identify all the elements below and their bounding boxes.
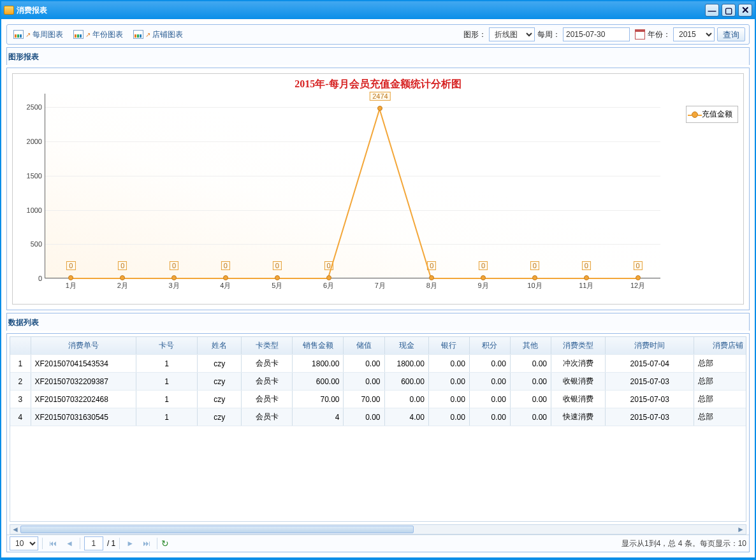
minimize-button[interactable]: — bbox=[705, 4, 719, 17]
column-header[interactable]: 卡号 bbox=[136, 337, 197, 355]
table-cell: 0.00 bbox=[510, 408, 551, 426]
table-cell: 冲次消费 bbox=[551, 355, 605, 373]
week-input[interactable] bbox=[563, 27, 630, 41]
column-header[interactable]: 消费单号 bbox=[31, 337, 136, 355]
column-header[interactable]: 积分 bbox=[469, 337, 510, 355]
column-header[interactable]: 银行 bbox=[428, 337, 469, 355]
table-cell: 0.00 bbox=[428, 408, 469, 426]
year-label: 年份： bbox=[648, 29, 671, 40]
x-tick: 12月 bbox=[630, 281, 645, 291]
table-cell: 4 bbox=[10, 408, 31, 426]
next-page-button[interactable]: ► bbox=[124, 538, 136, 549]
column-header[interactable] bbox=[10, 337, 31, 355]
folder-icon bbox=[4, 6, 14, 15]
column-header[interactable]: 姓名 bbox=[198, 337, 242, 355]
table-cell: czy bbox=[198, 408, 242, 426]
table-row[interactable]: 1XF2015070415435341czy会员卡1800.000.001800… bbox=[10, 355, 746, 373]
calendar-icon[interactable] bbox=[635, 29, 645, 39]
data-point bbox=[532, 275, 537, 280]
column-header[interactable]: 储值 bbox=[344, 337, 384, 355]
table-cell: 0.00 bbox=[344, 408, 384, 426]
table-cell: 1 bbox=[10, 355, 31, 373]
legend-marker-icon bbox=[692, 111, 698, 118]
table-cell: XF201507032209387 bbox=[31, 373, 136, 391]
table-cell: 4.00 bbox=[384, 408, 428, 426]
table-cell: 1800.00 bbox=[384, 355, 428, 373]
y-tick: 2500 bbox=[27, 103, 42, 111]
table-scroll[interactable]: 消费单号卡号姓名卡类型销售金额储值现金银行积分其他消费类型消费时间消费店铺 1X… bbox=[10, 336, 746, 522]
chart-icon bbox=[73, 30, 84, 39]
shape-label: 图形： bbox=[463, 29, 486, 40]
data-point bbox=[275, 275, 280, 280]
query-button[interactable]: 查询 bbox=[717, 27, 745, 41]
column-header[interactable]: 销售金额 bbox=[293, 337, 344, 355]
table-cell: 4 bbox=[293, 408, 344, 426]
table-row[interactable]: 3XF2015070322024681czy会员卡70.0070.000.000… bbox=[10, 391, 746, 408]
first-page-button[interactable]: ⏮ bbox=[47, 538, 59, 549]
table-cell: 0.00 bbox=[510, 391, 551, 408]
column-header[interactable]: 消费时间 bbox=[606, 337, 694, 355]
column-header[interactable]: 消费店铺 bbox=[694, 337, 746, 355]
table-row[interactable]: 2XF2015070322093871czy会员卡600.000.00600.0… bbox=[10, 373, 746, 391]
table-cell: 0.00 bbox=[510, 355, 551, 373]
column-header[interactable]: 消费类型 bbox=[551, 337, 605, 355]
close-button[interactable]: ✕ bbox=[738, 4, 752, 17]
y-tick: 500 bbox=[31, 240, 42, 248]
window-title: 消费报表 bbox=[17, 5, 47, 16]
x-tick: 11月 bbox=[579, 281, 593, 291]
table-cell: 2015-07-03 bbox=[606, 391, 694, 408]
table-cell: 会员卡 bbox=[242, 408, 293, 426]
pager: 10 ⏮ ◄ / 1 ► ⏭ ↻ 显示从1到4，总 4 条。每页显示：10 bbox=[7, 535, 749, 552]
x-tick: 8月 bbox=[426, 281, 437, 291]
tab-year-chart[interactable]: ↗ 年份图表 bbox=[71, 28, 126, 41]
arrow-icon: ↗ bbox=[145, 31, 150, 38]
table-cell: 0.00 bbox=[469, 373, 510, 391]
table-cell: 2015-07-03 bbox=[606, 373, 694, 391]
maximize-button[interactable]: ▢ bbox=[722, 4, 736, 17]
shape-select[interactable]: 折线图 bbox=[489, 27, 535, 41]
table-cell: 0.00 bbox=[469, 391, 510, 408]
data-point bbox=[171, 275, 177, 280]
page-input[interactable] bbox=[84, 536, 103, 550]
column-header[interactable]: 其他 bbox=[510, 337, 551, 355]
year-select[interactable]: 2015 bbox=[673, 27, 715, 41]
table-cell: 总部 bbox=[694, 373, 746, 391]
reload-button[interactable]: ↻ bbox=[161, 538, 169, 549]
table-cell: 600.00 bbox=[384, 373, 428, 391]
page-size-select[interactable]: 10 bbox=[10, 536, 38, 550]
scroll-left-icon[interactable]: ◄ bbox=[10, 525, 20, 534]
arrow-icon: ↗ bbox=[85, 31, 91, 38]
table-cell: 1 bbox=[136, 373, 197, 391]
table-cell: XF201507031630545 bbox=[31, 408, 136, 426]
table-cell: 2015-07-04 bbox=[606, 355, 694, 373]
table-row[interactable]: 4XF2015070316305451czy会员卡40.004.000.000.… bbox=[10, 408, 746, 426]
x-tick: 1月 bbox=[66, 281, 76, 291]
tab-store-chart[interactable]: ↗ 店铺图表 bbox=[131, 28, 185, 41]
table-cell: 70.00 bbox=[293, 391, 344, 408]
table-cell: czy bbox=[198, 391, 242, 408]
table-cell: 0.00 bbox=[384, 391, 428, 408]
prev-page-button[interactable]: ◄ bbox=[63, 538, 76, 549]
table-cell: 2 bbox=[10, 373, 31, 391]
x-tick: 7月 bbox=[375, 281, 386, 291]
scroll-thumb[interactable] bbox=[20, 526, 414, 533]
y-tick: 1500 bbox=[27, 172, 42, 180]
data-point bbox=[120, 275, 125, 280]
scroll-right-icon[interactable]: ► bbox=[736, 525, 746, 534]
table-cell: 0.00 bbox=[510, 373, 551, 391]
horizontal-scrollbar[interactable]: ◄ ► bbox=[10, 524, 746, 535]
table-cell: 0.00 bbox=[469, 355, 510, 373]
tab-weekly-chart[interactable]: ↗ 每周图表 bbox=[11, 28, 66, 41]
table-cell: XF201507041543534 bbox=[31, 355, 136, 373]
table-cell: czy bbox=[198, 373, 242, 391]
y-tick: 1000 bbox=[27, 206, 42, 214]
column-header[interactable]: 卡类型 bbox=[242, 337, 293, 355]
column-header[interactable]: 现金 bbox=[384, 337, 428, 355]
table-cell: 会员卡 bbox=[242, 391, 293, 408]
chart-icon bbox=[133, 30, 143, 39]
table-cell: 0.00 bbox=[428, 355, 469, 373]
table-cell: 收银消费 bbox=[551, 373, 605, 391]
chart-plot-area: 1月02月03月04月05月06月07月24748月09月010月011月012… bbox=[45, 94, 737, 298]
last-page-button[interactable]: ⏭ bbox=[140, 538, 153, 549]
table-cell: 600.00 bbox=[293, 373, 344, 391]
